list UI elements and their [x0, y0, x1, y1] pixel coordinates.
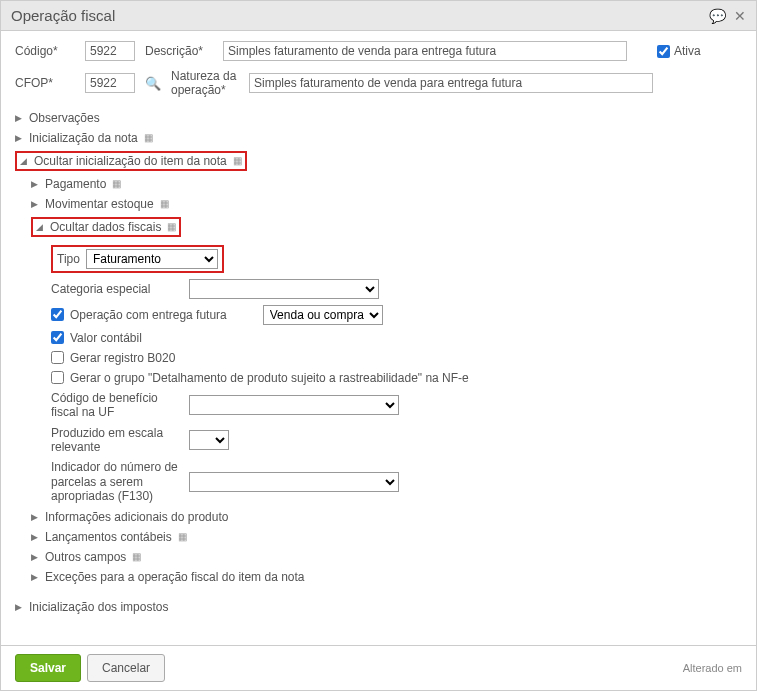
chevron-right-icon: ▶ — [31, 199, 41, 209]
chevron-right-icon: ▶ — [31, 512, 41, 522]
chevron-right-icon: ▶ — [15, 133, 25, 143]
search-icon[interactable]: 🔍 — [145, 76, 161, 91]
grid-icon: ▦ — [233, 155, 242, 166]
chevron-down-icon: ◢ — [36, 222, 46, 232]
tree-observacoes[interactable]: ▶ Observações — [15, 108, 742, 128]
tree-pagamento[interactable]: ▶ Pagamento ▦ — [31, 174, 742, 194]
modal-body: Código* Descrição* Ativa CFOP* 🔍 Naturez… — [1, 31, 756, 645]
chevron-right-icon: ▶ — [15, 602, 25, 612]
chevron-right-icon: ▶ — [31, 552, 41, 562]
tree-init-nota[interactable]: ▶ Inicialização da nota ▦ — [15, 128, 742, 148]
ativa-checkbox[interactable] — [657, 45, 670, 58]
close-icon[interactable]: ✕ — [734, 8, 746, 24]
tree-excecoes[interactable]: ▶ Exceções para a operação fiscal do ite… — [31, 567, 742, 587]
chevron-right-icon: ▶ — [31, 572, 41, 582]
chevron-down-icon: ◢ — [20, 156, 30, 166]
gerar-grupo-label: Gerar o grupo "Detalhamento de produto s… — [70, 371, 469, 385]
tree-lancamentos[interactable]: ▶ Lançamentos contábeis ▦ — [31, 527, 742, 547]
grid-icon: ▦ — [144, 132, 153, 143]
natureza-input[interactable] — [249, 73, 653, 93]
chevron-right-icon: ▶ — [15, 113, 25, 123]
categoria-label: Categoria especial — [51, 282, 181, 296]
tree-ocultar-dados-fiscais[interactable]: ◢ Ocultar dados fiscais ▦ — [31, 214, 742, 240]
indicador-parcelas-label: Indicador do número de parcelas a serem … — [51, 460, 181, 503]
venda-compra-select[interactable]: Venda ou compra — [263, 305, 383, 325]
valor-contabil-checkbox[interactable] — [51, 331, 64, 344]
codigo-label: Código* — [15, 44, 75, 58]
indicador-parcelas-select[interactable] — [189, 472, 399, 492]
tree-info-adicionais[interactable]: ▶ Informações adicionais do produto — [31, 507, 742, 527]
gerar-grupo-checkbox[interactable] — [51, 371, 64, 384]
tree-outros[interactable]: ▶ Outros campos ▦ — [31, 547, 742, 567]
gerar-b020-checkbox[interactable] — [51, 351, 64, 364]
tree-mov-estoque[interactable]: ▶ Movimentar estoque ▦ — [31, 194, 742, 214]
modal-header: Operação fiscal 💬 ✕ — [1, 1, 756, 31]
grid-icon: ▦ — [178, 531, 187, 542]
op-entrega-futura-checkbox[interactable] — [51, 308, 64, 321]
tree-ocultar-init-item[interactable]: ◢ Ocultar inicialização do item da nota … — [15, 148, 742, 174]
descricao-input[interactable] — [223, 41, 627, 61]
produzido-escala-label: Produzido em escala relevante — [51, 426, 181, 455]
grid-icon: ▦ — [112, 178, 121, 189]
chevron-right-icon: ▶ — [31, 532, 41, 542]
descricao-label: Descrição* — [145, 44, 213, 58]
codigo-beneficio-select[interactable] — [189, 395, 399, 415]
ativa-label: Ativa — [674, 44, 701, 58]
alterado-label: Alterado em — [683, 662, 742, 674]
op-entrega-futura-label: Operação com entrega futura — [70, 308, 227, 322]
tipo-label: Tipo — [57, 252, 80, 266]
comment-icon[interactable]: 💬 — [709, 8, 726, 24]
tipo-select[interactable]: Faturamento — [86, 249, 218, 269]
grid-icon: ▦ — [132, 551, 141, 562]
tree-init-impostos[interactable]: ▶ Inicialização dos impostos — [15, 597, 742, 617]
valor-contabil-label: Valor contábil — [70, 331, 142, 345]
grid-icon: ▦ — [167, 221, 176, 232]
cfop-label: CFOP* — [15, 76, 75, 90]
modal-footer: Salvar Cancelar Alterado em — [1, 645, 756, 690]
codigo-input[interactable] — [85, 41, 135, 61]
produzido-escala-select[interactable] — [189, 430, 229, 450]
modal-title: Operação fiscal — [11, 7, 115, 24]
grid-icon: ▦ — [160, 198, 169, 209]
codigo-beneficio-label: Código de benefício fiscal na UF — [51, 391, 181, 420]
natureza-label: Natureza da operação* — [171, 69, 239, 98]
chevron-right-icon: ▶ — [31, 179, 41, 189]
cfop-input[interactable] — [85, 73, 135, 93]
cancelar-button[interactable]: Cancelar — [87, 654, 165, 682]
gerar-b020-label: Gerar registro B020 — [70, 351, 175, 365]
categoria-select[interactable] — [189, 279, 379, 299]
salvar-button[interactable]: Salvar — [15, 654, 81, 682]
